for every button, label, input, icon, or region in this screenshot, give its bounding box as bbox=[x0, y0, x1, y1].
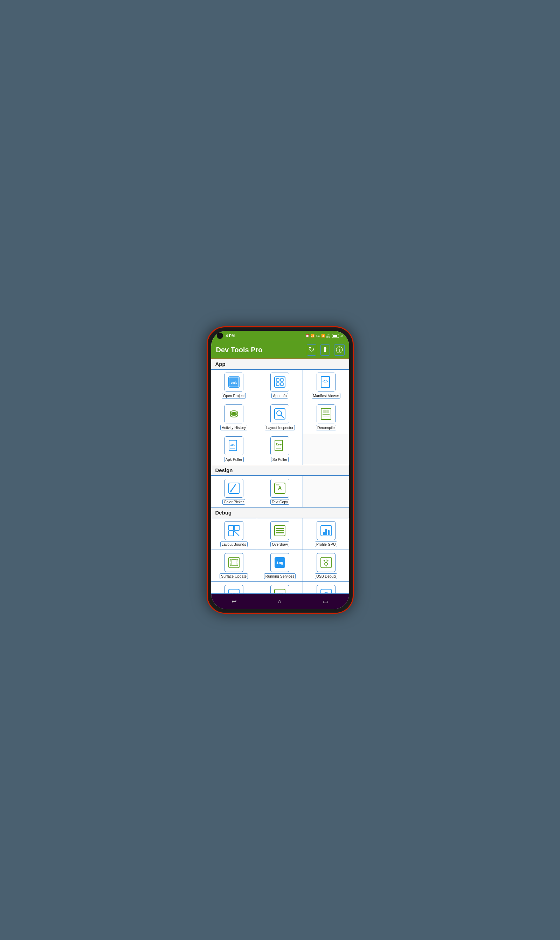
app-info-cell[interactable]: App Info bbox=[257, 369, 303, 401]
debug-row-3: GPU GPU Rendering GPU GPU Update bbox=[211, 582, 349, 594]
color-picker-icon bbox=[225, 479, 243, 497]
svg-rect-19 bbox=[323, 410, 326, 413]
dev-options-cell[interactable]: {} Developer Options bbox=[303, 582, 349, 594]
svg-point-59 bbox=[325, 563, 328, 565]
manifest-label: Manifest Viewer bbox=[312, 393, 340, 398]
activity-label: Activity History bbox=[221, 425, 247, 430]
share-button[interactable]: ⬆ bbox=[321, 344, 329, 355]
section-app: App bbox=[211, 359, 349, 369]
phone-screen: 4 PM ⏰ 📶 4G 📶 177B/s 44 Dev Tools Pro ↻ … bbox=[211, 331, 349, 609]
svg-rect-37 bbox=[229, 531, 234, 536]
surface-update-icon bbox=[225, 553, 243, 572]
svg-rect-34 bbox=[276, 485, 280, 485]
running-services-icon: ing bbox=[271, 553, 289, 572]
svg-rect-5 bbox=[275, 377, 285, 387]
decompile-icon bbox=[317, 405, 335, 423]
status-right: ⏰ 📶 4G 📶 177B/s 44 bbox=[305, 333, 343, 338]
nav-bar: ↩ ○ ▭ bbox=[211, 594, 349, 609]
recent-button[interactable]: ▭ bbox=[315, 596, 335, 607]
network-icon: 4G bbox=[316, 334, 320, 338]
profile-gpu-cell[interactable]: Profile GPU bbox=[303, 518, 349, 549]
signal-icon: 📶 bbox=[311, 334, 314, 338]
running-services-cell[interactable]: ing Running Services bbox=[257, 550, 303, 582]
svg-rect-8 bbox=[276, 383, 279, 386]
svg-text:A: A bbox=[278, 485, 282, 491]
usb-debug-cell[interactable]: USB Debug bbox=[303, 550, 349, 582]
apk-puller-cell[interactable]: APK Apk Puller bbox=[211, 433, 257, 465]
inspector-icon bbox=[271, 405, 289, 423]
svg-line-30 bbox=[231, 485, 236, 491]
activity-history-cell[interactable]: Activity History bbox=[211, 401, 257, 433]
app-row-1: code code Open Project bbox=[211, 369, 349, 401]
decompile-cell[interactable]: Decompile bbox=[303, 401, 349, 433]
manifest-viewer-cell[interactable]: <> Manifest Viewer bbox=[303, 369, 349, 401]
overdraw-cell[interactable]: Overdraw bbox=[257, 518, 303, 549]
svg-rect-47 bbox=[229, 557, 239, 568]
section-debug: Debug bbox=[211, 508, 349, 518]
usb-debug-label: USB Debug bbox=[315, 574, 337, 579]
info-button[interactable]: ⓘ bbox=[334, 344, 344, 355]
text-copy-cell[interactable]: A Text Copy bbox=[257, 475, 303, 507]
usb-debug-icon bbox=[317, 553, 335, 572]
gpu-update-cell[interactable]: GPU GPU Update bbox=[257, 582, 303, 594]
layout-inspector-cell[interactable]: Layout Inspector bbox=[257, 401, 303, 433]
design-row-1: Color Picker A Text Copy bbox=[211, 475, 349, 508]
back-button[interactable]: ↩ bbox=[225, 596, 244, 607]
svg-rect-46 bbox=[328, 530, 329, 535]
refresh-button[interactable]: ↻ bbox=[307, 344, 316, 355]
app-title: Dev Tools Pro bbox=[216, 346, 305, 354]
svg-rect-35 bbox=[229, 525, 234, 530]
open-project-label: Open Project bbox=[222, 393, 246, 398]
color-picker-cell[interactable]: Color Picker bbox=[211, 475, 257, 507]
layout-bounds-cell[interactable]: Layout Bounds bbox=[211, 518, 257, 549]
phone-device: 4 PM ⏰ 📶 4G 📶 177B/s 44 Dev Tools Pro ↻ … bbox=[207, 326, 354, 614]
battery-icon bbox=[332, 334, 339, 338]
svg-rect-9 bbox=[280, 383, 283, 386]
signal2-icon: 📶 bbox=[321, 334, 325, 338]
toolbar: Dev Tools Pro ↻ ⬆ ⓘ bbox=[211, 341, 349, 359]
decompile-label: Decompile bbox=[316, 425, 336, 430]
so-icon: C++ bbox=[271, 437, 289, 455]
layout-bounds-icon bbox=[225, 522, 243, 540]
svg-line-17 bbox=[281, 415, 284, 418]
layout-bounds-label: Layout Bounds bbox=[221, 542, 247, 547]
color-picker-label: Color Picker bbox=[223, 499, 245, 504]
svg-rect-7 bbox=[280, 378, 283, 381]
svg-rect-45 bbox=[325, 529, 327, 535]
alarm-icon: ⏰ bbox=[305, 334, 309, 338]
app-row-3: APK Apk Puller C++ So Puller bbox=[211, 433, 349, 465]
so-puller-cell[interactable]: C++ So Puller bbox=[257, 433, 303, 465]
app-row-2: Activity History Layout Inspector bbox=[211, 401, 349, 433]
speed-text: 177B/s bbox=[326, 333, 331, 338]
text-copy-label: Text Copy bbox=[271, 499, 289, 504]
status-time: 4 PM bbox=[226, 333, 235, 338]
svg-rect-28 bbox=[276, 448, 281, 449]
svg-rect-20 bbox=[326, 410, 329, 413]
toolbar-actions: ↻ ⬆ ⓘ bbox=[307, 344, 344, 355]
apk-label: Apk Puller bbox=[225, 457, 243, 462]
surface-update-label: Surface Update bbox=[220, 574, 248, 579]
battery-pct: 44 bbox=[340, 334, 343, 338]
svg-rect-50 bbox=[232, 559, 236, 566]
svg-rect-18 bbox=[321, 408, 331, 420]
empty-design-cell bbox=[303, 475, 349, 507]
gpu-update-icon: GPU bbox=[271, 585, 289, 594]
svg-text:code: code bbox=[231, 381, 237, 384]
empty-app-cell bbox=[303, 433, 349, 465]
inspector-label: Layout Inspector bbox=[265, 425, 295, 430]
debug-row-2: Surface Update ing Running Services bbox=[211, 550, 349, 582]
app-info-icon bbox=[271, 373, 289, 391]
gpu-rendering-cell[interactable]: GPU GPU Rendering bbox=[211, 582, 257, 594]
svg-point-31 bbox=[230, 490, 232, 492]
status-left: 4 PM bbox=[217, 333, 235, 339]
profile-gpu-label: Profile GPU bbox=[315, 542, 337, 547]
profile-gpu-icon bbox=[317, 522, 335, 540]
main-content: App code code Open Project bbox=[211, 359, 349, 594]
home-button[interactable]: ○ bbox=[271, 596, 289, 607]
svg-text:<>: <> bbox=[323, 378, 328, 384]
battery-fill bbox=[333, 335, 338, 337]
open-project-cell[interactable]: code code Open Project bbox=[211, 369, 257, 401]
surface-update-cell[interactable]: Surface Update bbox=[211, 550, 257, 582]
activity-icon bbox=[225, 405, 243, 423]
app-info-label: App Info bbox=[272, 393, 288, 398]
